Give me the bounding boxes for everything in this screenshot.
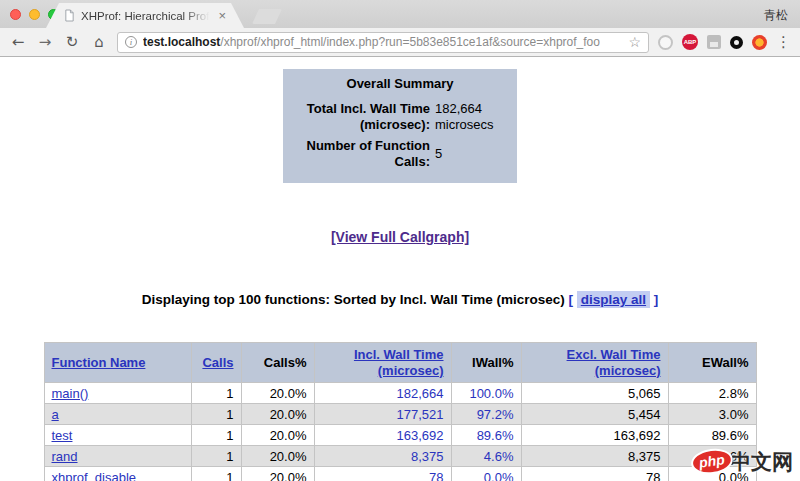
summary-value: 182,664 microsecs [435, 101, 511, 134]
watermark-text: 中文网 [730, 448, 793, 476]
view-full-callgraph-link[interactable]: [View Full Callgraph] [331, 229, 469, 245]
table-row: xhprof_disable120.0%780.0%780.0% [44, 467, 756, 481]
column-label: IWall% [472, 355, 513, 370]
cell-value: 0.0% [484, 470, 514, 481]
extension-circle-icon[interactable] [658, 35, 673, 50]
tab-close-icon[interactable]: × [218, 9, 226, 22]
tab-title: XHProf: Hierarchical Profiler Re [81, 10, 212, 22]
cell-incl-wall: 8,375 [314, 446, 451, 467]
cell-value: 163,692 [614, 428, 661, 443]
cell-value: 89.6% [712, 428, 749, 443]
cell-function: xhprof_disable [44, 467, 191, 481]
cell-value: 3.0% [719, 407, 749, 422]
cell-iwall-pct: 4.6% [451, 446, 521, 467]
url-text: test.localhost/xhprof/xhprof_html/index.… [143, 35, 600, 49]
page-content: Overall Summary Total Incl. Wall Time (m… [0, 57, 800, 481]
new-tab-button[interactable] [252, 9, 282, 24]
php-logo-icon: php [690, 447, 735, 478]
col-header-calls: Calls% [241, 343, 314, 383]
browser-toolbar: ← → ↻ ⌂ i test.localhost/xhprof/xhprof_h… [0, 28, 800, 57]
cell-calls: 1 [191, 467, 241, 481]
cell-incl-wall: 182,664 [314, 383, 451, 404]
table-header-row: Function NameCallsCalls%Incl. Wall Time … [44, 343, 756, 383]
function-link[interactable]: rand [52, 449, 78, 464]
table-row: a120.0%177,52197.2%5,4543.0% [44, 404, 756, 425]
summary-table: Total Incl. Wall Time (microsec): 182,66… [289, 97, 511, 174]
cell-value: 163,692 [397, 428, 444, 443]
cell-calls-pct: 20.0% [241, 383, 314, 404]
bookmark-star-icon[interactable]: ☆ [628, 35, 641, 49]
listing-text: Displaying top 100 functions: Sorted by … [142, 292, 565, 307]
cell-value: 4.6% [484, 449, 514, 464]
col-header-incl-wall-time-microsec: Incl. Wall Time (microsec) [314, 343, 451, 383]
cell-value: 97.2% [477, 407, 514, 422]
url-path: /xhprof/xhprof_html/index.php?run=5b83e8… [220, 35, 600, 49]
cell-calls-pct: 20.0% [241, 404, 314, 425]
profile-name[interactable]: 青松 [764, 7, 788, 24]
ring-extension-icon[interactable] [730, 36, 743, 49]
sort-column-link[interactable]: Incl. Wall Time (microsec) [354, 347, 444, 378]
minimize-window-button[interactable] [29, 9, 40, 20]
close-bracket: ] [654, 292, 659, 307]
site-info-icon[interactable]: i [125, 36, 137, 48]
cell-function: rand [44, 446, 191, 467]
summary-row: Number of Function Calls: 5 [289, 138, 511, 171]
cell-value: 89.6% [477, 428, 514, 443]
cell-excl-wall: 5,065 [521, 383, 668, 404]
cell-incl-wall: 177,521 [314, 404, 451, 425]
reload-icon[interactable]: ↻ [63, 35, 81, 50]
cell-value: 182,664 [397, 386, 444, 401]
cell-iwall-pct: 100.0% [451, 383, 521, 404]
watermark: php 中文网 [691, 448, 793, 476]
cell-value: 1 [226, 449, 233, 464]
cell-iwall-pct: 0.0% [451, 467, 521, 481]
function-link[interactable]: a [52, 407, 59, 422]
sort-column-link[interactable]: Calls [202, 355, 233, 370]
cell-calls: 1 [191, 425, 241, 446]
callgraph-line: [View Full Callgraph] [0, 229, 800, 245]
open-bracket: [ [569, 292, 574, 307]
url-bar[interactable]: i test.localhost/xhprof/xhprof_html/inde… [117, 32, 649, 53]
summary-row: Total Incl. Wall Time (microsec): 182,66… [289, 101, 511, 134]
cell-value: 20.0% [270, 470, 307, 481]
col-header-ewall: EWall% [668, 343, 756, 383]
home-icon[interactable]: ⌂ [90, 35, 108, 50]
function-link[interactable]: test [52, 428, 73, 443]
save-extension-icon[interactable] [707, 35, 721, 49]
cell-excl-wall: 8,375 [521, 446, 668, 467]
cell-value: 8,375 [628, 449, 661, 464]
cell-ewall-pct: 3.0% [668, 404, 756, 425]
adblock-plus-icon[interactable]: ABP [682, 34, 698, 50]
cell-value: 78 [429, 470, 443, 481]
table-row: test120.0%163,69289.6%163,69289.6% [44, 425, 756, 446]
cell-value: 5,065 [628, 386, 661, 401]
cell-calls: 1 [191, 383, 241, 404]
cell-excl-wall: 78 [521, 467, 668, 481]
cell-calls-pct: 20.0% [241, 446, 314, 467]
browser-window: XHProf: Hierarchical Profiler Re × 青松 ← … [0, 0, 800, 481]
cell-value: 1 [226, 386, 233, 401]
red-extension-icon[interactable] [752, 35, 767, 50]
cell-function: main() [44, 383, 191, 404]
cell-value: 8,375 [411, 449, 444, 464]
sort-column-link[interactable]: Function Name [52, 355, 146, 370]
browser-tab[interactable]: XHProf: Hierarchical Profiler Re × [46, 3, 244, 28]
column-label: Calls% [264, 355, 307, 370]
function-link[interactable]: xhprof_disable [52, 470, 137, 481]
cell-value: 1 [226, 470, 233, 481]
cell-calls-pct: 20.0% [241, 425, 314, 446]
back-icon[interactable]: ← [9, 35, 27, 50]
cell-function: test [44, 425, 191, 446]
col-header-excl-wall-time-microsec: Excl. Wall Time (microsec) [521, 343, 668, 383]
display-all-link[interactable]: display all [577, 291, 650, 308]
close-window-button[interactable] [10, 9, 21, 20]
listing-heading: Displaying top 100 functions: Sorted by … [0, 292, 800, 307]
cell-ewall-pct: 2.8% [668, 383, 756, 404]
cell-value: 78 [646, 470, 660, 481]
sort-column-link[interactable]: Excl. Wall Time (microsec) [567, 347, 661, 378]
browser-menu-icon[interactable]: ⋮ [776, 35, 791, 50]
cell-value: 20.0% [270, 449, 307, 464]
forward-icon[interactable]: → [36, 35, 54, 50]
function-link[interactable]: main() [52, 386, 89, 401]
cell-value: 1 [226, 407, 233, 422]
